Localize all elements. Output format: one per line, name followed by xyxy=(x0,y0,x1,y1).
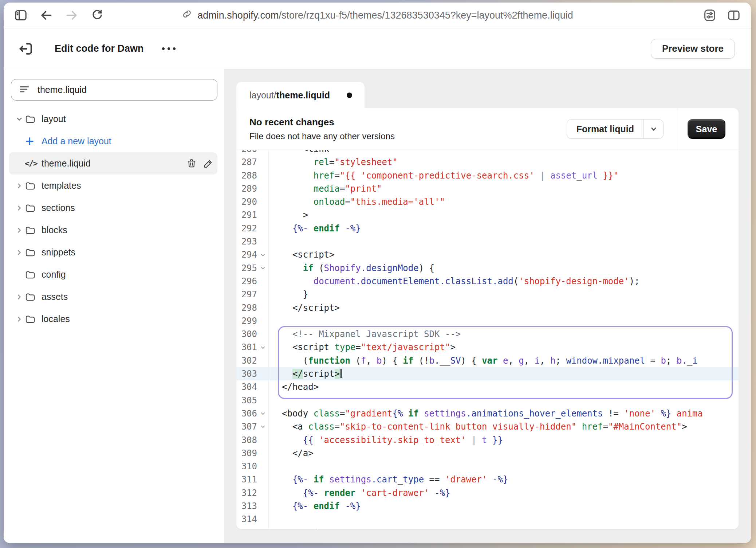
code-line-text[interactable]: </a> xyxy=(268,447,314,460)
line-number: 307 xyxy=(236,420,257,433)
chevron-right-icon[interactable] xyxy=(15,292,25,302)
sidebar-item-snippets[interactable]: snippets xyxy=(9,241,217,263)
sidebar-item-assets[interactable]: assets xyxy=(9,286,217,308)
line-number: 312 xyxy=(236,486,257,500)
code-line-text[interactable]: </script> xyxy=(268,301,340,314)
format-liquid-button[interactable]: Format liquid xyxy=(567,119,664,139)
code-line-text[interactable]: </head> xyxy=(268,380,319,394)
sidebar-item-locales[interactable]: locales xyxy=(9,308,217,330)
code-line: 306<body class="gradient{% if settings.a… xyxy=(236,407,739,420)
code-line-text[interactable]: onload="this.media='all'" xyxy=(268,195,445,208)
chevron-right-icon[interactable] xyxy=(15,314,25,324)
page-settings-icon[interactable] xyxy=(702,8,717,23)
code-line: 307 <a class="skip-to-content-link butto… xyxy=(236,420,739,433)
code-line-text[interactable] xyxy=(268,394,282,407)
line-number: 293 xyxy=(236,235,257,248)
code-line-text[interactable]: } xyxy=(268,288,308,301)
line-number: 301 xyxy=(236,341,257,354)
fold-chevron-icon[interactable] xyxy=(257,420,268,433)
code-line-text[interactable]: <script> xyxy=(268,526,335,529)
sidebar-item-layout[interactable]: layout xyxy=(9,108,217,130)
folder-icon xyxy=(25,247,42,258)
line-number: 311 xyxy=(236,473,257,486)
folder-icon xyxy=(25,314,42,325)
tab-path-prefix: layout/ xyxy=(249,90,276,101)
code-line-text[interactable] xyxy=(268,314,282,328)
code-line-text[interactable]: {%- if settings.cart_type == 'drawer' -%… xyxy=(268,473,508,486)
code-line-text[interactable]: {{ 'accessibility.skip_to_text' | t }} xyxy=(268,434,503,447)
code-line: 305 xyxy=(236,394,739,407)
fold-chevron-icon[interactable] xyxy=(257,407,268,420)
code-line-text[interactable]: document.documentElement.classList.add('… xyxy=(268,275,640,288)
sidebar-item-theme-liquid[interactable]: </>theme.liquid xyxy=(9,152,217,175)
code-line-text[interactable]: <a class="skip-to-content-link button vi… xyxy=(268,420,687,433)
sidebar-item-templates[interactable]: templates xyxy=(9,175,217,197)
code-line-text[interactable]: <link xyxy=(268,150,329,156)
line-number: 313 xyxy=(236,500,257,513)
chevron-right-icon[interactable] xyxy=(15,203,25,213)
code-line-text[interactable]: <body class="gradient{% if settings.anim… xyxy=(268,407,703,420)
code-line-text[interactable]: href="{{ 'component-predictive-search.cs… xyxy=(268,169,619,182)
tab-layout-theme-liquid[interactable]: layout/theme.liquid xyxy=(236,82,365,108)
code-line-text[interactable]: {%- endif -%} xyxy=(268,500,361,513)
code-editor[interactable]: 286 <link287 rel="stylesheet"288 href="{… xyxy=(236,150,739,529)
code-line-text[interactable]: {%- render 'cart-drawer' -%} xyxy=(268,486,450,500)
back-arrow-icon[interactable] xyxy=(39,8,54,23)
sidebar-item-sections[interactable]: sections xyxy=(9,197,217,219)
line-number: 291 xyxy=(236,208,257,222)
code-line-text[interactable]: <script> xyxy=(268,248,335,261)
chevron-right-icon[interactable] xyxy=(15,248,25,257)
code-line-text[interactable]: rel="stylesheet" xyxy=(268,156,398,169)
code-line-text[interactable] xyxy=(268,513,282,526)
code-line: 290 onload="this.media='all'" xyxy=(236,195,739,208)
line-number: 309 xyxy=(236,447,257,460)
code-line-text[interactable]: media="print" xyxy=(268,182,382,195)
forward-arrow-icon[interactable] xyxy=(64,8,79,23)
code-line-text[interactable]: </script> xyxy=(268,367,342,380)
rename-file-icon[interactable] xyxy=(203,158,214,169)
reload-icon[interactable] xyxy=(90,8,105,23)
file-search-input[interactable]: theme.liquid xyxy=(11,79,217,101)
address-bar[interactable]: admin.shopify.com/store/rzq1xu-f5/themes… xyxy=(181,9,573,22)
fold-gutter xyxy=(257,473,268,486)
sidebar-item-blocks[interactable]: blocks xyxy=(9,219,217,241)
format-liquid-label[interactable]: Format liquid xyxy=(567,120,643,138)
split-view-icon[interactable] xyxy=(726,8,741,23)
code-line-text[interactable] xyxy=(268,235,282,248)
line-number: 306 xyxy=(236,407,257,420)
fold-chevron-icon[interactable] xyxy=(257,262,268,275)
format-dropdown-button[interactable] xyxy=(643,120,663,138)
sidebar-item-add-a-new-layout[interactable]: Add a new layout xyxy=(9,130,217,152)
exit-icon[interactable] xyxy=(17,40,34,57)
chevron-down-icon xyxy=(649,124,658,134)
code-line-text[interactable]: > xyxy=(268,208,308,222)
chevron-right-icon[interactable] xyxy=(15,226,25,235)
folder-icon xyxy=(25,180,42,191)
save-button[interactable]: Save xyxy=(688,119,725,139)
code-line: 315 <script> xyxy=(236,526,739,529)
line-number: 287 xyxy=(236,156,257,169)
code-line-text[interactable]: <script type="text/javascript"> xyxy=(268,341,456,354)
fold-chevron-icon[interactable] xyxy=(257,341,268,354)
chevron-down-icon[interactable] xyxy=(15,114,25,124)
delete-file-icon[interactable] xyxy=(186,158,197,169)
fold-chevron-icon[interactable] xyxy=(257,248,268,261)
code-line-text[interactable] xyxy=(268,460,282,473)
folder-icon xyxy=(25,269,42,280)
line-number: 308 xyxy=(236,434,257,447)
editor-area: layout/theme.liquid No recent changes Fi… xyxy=(224,69,751,543)
chevron-right-icon[interactable] xyxy=(15,181,25,191)
code-line-text[interactable]: {%- endif -%} xyxy=(268,222,361,235)
preview-store-button[interactable]: Preview store xyxy=(651,39,735,59)
fold-gutter xyxy=(257,500,268,513)
line-number: 300 xyxy=(236,328,257,341)
browser-toolbar: admin.shopify.com/store/rzq1xu-f5/themes… xyxy=(4,3,751,28)
code-line-text[interactable]: (function (f, b) { if (!b.__SV) { var e,… xyxy=(268,354,698,367)
sidebar-item-config[interactable]: config xyxy=(9,263,217,286)
code-line-text[interactable]: if (Shopify.designMode) { xyxy=(268,262,434,275)
url-host: admin.shopify.com xyxy=(197,10,279,21)
code-line-text[interactable]: <!-- Mixpanel Javascript SDK --> xyxy=(268,328,461,341)
fold-gutter xyxy=(257,150,268,156)
more-options-icon[interactable] xyxy=(162,47,176,50)
sidebar-toggle-icon[interactable] xyxy=(13,8,28,23)
